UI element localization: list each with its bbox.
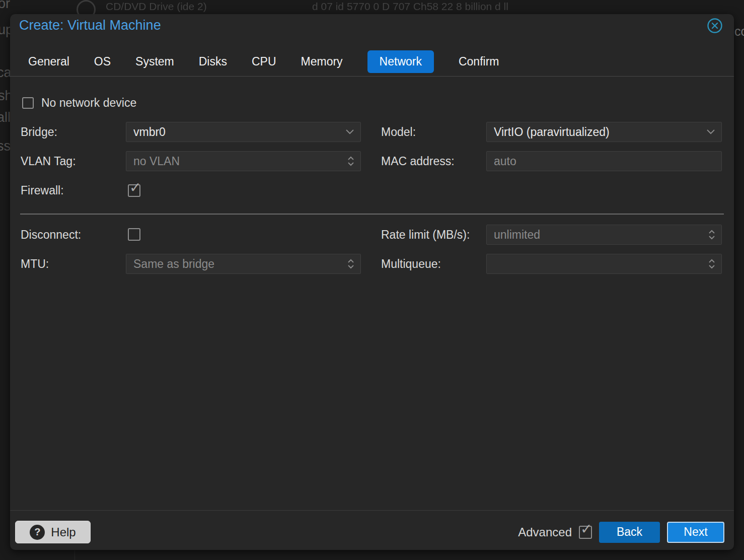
bridge-select[interactable]: [126, 122, 361, 142]
next-button[interactable]: Next: [667, 522, 724, 543]
help-question-icon: ?: [30, 525, 45, 540]
bg-text-fragment: co: [734, 24, 744, 39]
multiqueue-label: Multiqueue:: [381, 254, 441, 274]
advanced-section-divider: [20, 214, 724, 215]
multiqueue-spinner[interactable]: [486, 254, 722, 274]
tab-disks[interactable]: Disks: [199, 55, 227, 68]
back-button[interactable]: Back: [599, 522, 660, 543]
bg-text-fragment: ss: [0, 138, 11, 154]
checkmark-icon: ✓: [580, 522, 592, 536]
spinner-up-down-icon[interactable]: [347, 259, 354, 269]
tab-system[interactable]: System: [135, 55, 174, 68]
wizard-tabs: General OS System Disks CPU Memory Netwo…: [28, 49, 499, 74]
tab-confirm[interactable]: Confirm: [459, 55, 499, 68]
vlan-tag-spinner[interactable]: [126, 151, 361, 171]
chevron-down-icon: [706, 127, 715, 136]
model-label: Model:: [381, 122, 416, 142]
disconnect-checkbox[interactable]: [128, 228, 140, 241]
no-network-device-row: No network device: [22, 96, 136, 110]
mtu-input[interactable]: [126, 254, 360, 273]
tab-memory[interactable]: Memory: [301, 55, 343, 68]
rate-limit-spinner[interactable]: [486, 225, 722, 245]
no-network-device-checkbox[interactable]: [22, 97, 34, 109]
mtu-label: MTU:: [21, 254, 49, 274]
bg-text-fragment: all: [0, 110, 11, 125]
bg-table-row-fragment: d 07 id 5770 0 D 707 Ch58 22 8 billion d…: [312, 1, 508, 13]
vlan-tag-label: VLAN Tag:: [21, 151, 76, 171]
bridge-value[interactable]: [126, 122, 360, 142]
no-network-device-label: No network device: [41, 96, 136, 110]
mtu-spinner[interactable]: [126, 254, 361, 274]
disconnect-label: Disconnect:: [21, 225, 81, 245]
mac-address-label: MAC address:: [381, 151, 455, 171]
rate-limit-label: Rate limit (MB/s):: [381, 225, 470, 245]
footer-actions: Advanced ✓ Back Next: [518, 521, 724, 543]
bg-table-row-fragment: CD/DVD Drive (ide 2): [106, 1, 207, 13]
firewall-checkbox[interactable]: ✓: [128, 184, 140, 197]
tabs-separator: [10, 76, 734, 77]
firewall-label: Firewall:: [21, 180, 64, 200]
checkmark-icon: ✓: [129, 181, 141, 195]
help-button[interactable]: ? Help: [15, 521, 91, 543]
spinner-up-down-icon[interactable]: [708, 259, 715, 269]
tab-os[interactable]: OS: [94, 55, 111, 68]
footer-separator: [10, 510, 734, 511]
help-button-label: Help: [51, 525, 76, 539]
multiqueue-input[interactable]: [487, 254, 721, 273]
tab-network[interactable]: Network: [367, 50, 434, 73]
spinner-up-down-icon[interactable]: [708, 230, 715, 240]
bridge-label: Bridge:: [21, 122, 57, 142]
dialog-title: Create: Virtual Machine: [19, 18, 161, 33]
vlan-tag-input[interactable]: [126, 152, 360, 171]
model-select[interactable]: [486, 122, 722, 142]
model-value[interactable]: [487, 122, 721, 142]
rate-limit-input[interactable]: [487, 225, 721, 244]
mac-address-input[interactable]: [487, 152, 721, 171]
create-vm-dialog: Create: Virtual Machine General OS Syste…: [10, 14, 734, 550]
advanced-label: Advanced: [518, 525, 572, 539]
advanced-checkbox[interactable]: ✓: [579, 526, 592, 539]
close-button[interactable]: [707, 18, 723, 34]
spinner-up-down-icon[interactable]: [347, 156, 354, 166]
chevron-down-icon: [345, 127, 354, 136]
close-icon: [707, 18, 723, 35]
tab-cpu[interactable]: CPU: [252, 55, 276, 68]
mac-address-field[interactable]: [486, 151, 722, 171]
tab-general[interactable]: General: [28, 55, 69, 68]
bg-text-fragment: or: [0, 0, 10, 12]
